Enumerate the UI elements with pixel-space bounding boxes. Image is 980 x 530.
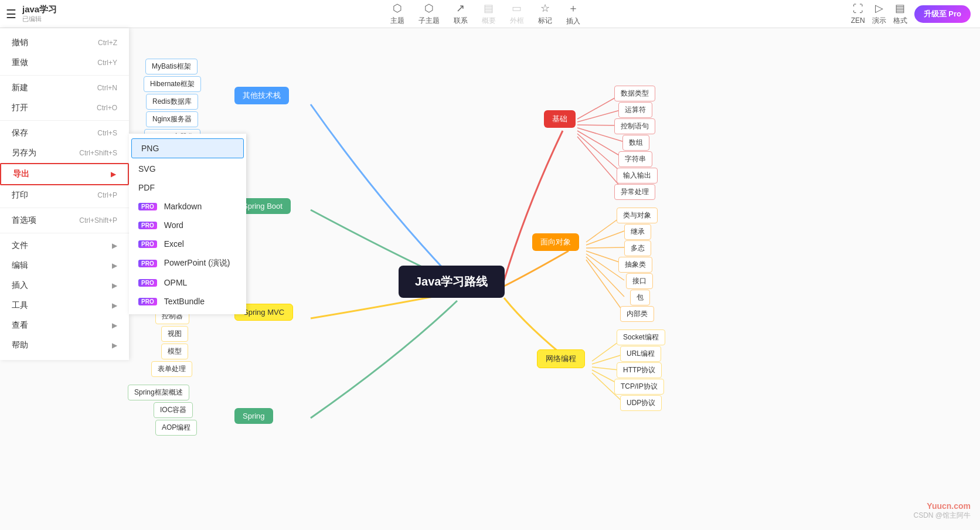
submenu-word[interactable]: PRO Word xyxy=(129,216,246,235)
leaf-exception[interactable]: 异常处理 xyxy=(614,184,655,200)
leaf-form[interactable]: 表单处理 xyxy=(151,361,192,377)
menu-open-shortcut: Ctrl+O xyxy=(97,104,117,112)
leaf-datatype[interactable]: 数据类型 xyxy=(614,86,655,101)
menu-export-label: 导出 xyxy=(13,169,29,179)
leaf-interface[interactable]: 接口 xyxy=(626,273,653,289)
toolbar-insert[interactable]: ＋ 插入 xyxy=(566,1,580,26)
toolbar-theme[interactable]: ⬡ 主题 xyxy=(390,2,404,26)
leaf-model[interactable]: 模型 xyxy=(161,344,188,359)
menu-edit-arrow: ▶ xyxy=(112,261,117,270)
toolbar-theme-label: 主题 xyxy=(390,16,404,26)
leaf-io[interactable]: 输入输出 xyxy=(617,168,658,184)
menu-file-label: 文件 xyxy=(12,240,28,251)
upgrade-button[interactable]: 升级至 Pro xyxy=(914,5,971,23)
menu-save[interactable]: 保存 Ctrl+S xyxy=(0,123,129,143)
leaf-tcpip[interactable]: TCP/IP协议 xyxy=(614,379,664,395)
submenu-pdf[interactable]: PDF xyxy=(129,178,246,197)
menu-divider-2 xyxy=(0,120,129,121)
leaf-mybatis[interactable]: MyBatis框架 xyxy=(145,59,198,74)
menu-insert[interactable]: 插入 ▶ xyxy=(0,276,129,295)
toolbar-present[interactable]: ▷ 演示 xyxy=(872,2,886,26)
textbundle-label: TextBundle xyxy=(164,297,205,306)
mark-icon: ☆ xyxy=(540,2,550,15)
node-center[interactable]: Java学习路线 xyxy=(399,266,505,298)
pdf-label: PDF xyxy=(138,183,155,192)
svg-line-8 xyxy=(586,231,624,245)
menu-tools[interactable]: 工具 ▶ xyxy=(0,295,129,315)
menu-divider-3 xyxy=(0,208,129,208)
leaf-string[interactable]: 字符串 xyxy=(618,151,652,167)
leaf-inherit[interactable]: 继承 xyxy=(624,224,651,240)
menu-redo[interactable]: 重做 Ctrl+Y xyxy=(0,53,129,73)
toolbar-connect[interactable]: ↗ 联系 xyxy=(454,2,468,26)
toolbar-subtheme-label: 子主题 xyxy=(418,16,440,26)
leaf-socket[interactable]: Socket编程 xyxy=(617,329,665,345)
menu-export-arrow: ▶ xyxy=(111,170,116,178)
watermark-site: Yuucn.com xyxy=(913,501,971,511)
toolbar-mark[interactable]: ☆ 标记 xyxy=(538,2,552,26)
menu-prefs[interactable]: 首选项 Ctrl+Shift+P xyxy=(0,210,129,230)
menu-saveas-shortcut: Ctrl+Shift+S xyxy=(79,149,117,157)
leaf-http[interactable]: HTTP协议 xyxy=(617,362,662,378)
pro-badge-opml: PRO xyxy=(138,279,157,287)
leaf-array[interactable]: 数组 xyxy=(622,135,649,151)
leaf-innerclass[interactable]: 内部类 xyxy=(620,306,654,322)
leaf-ioc[interactable]: IOC容器 xyxy=(154,402,193,418)
node-network[interactable]: 网络编程 xyxy=(537,349,585,368)
toolbar-format[interactable]: ▤ 格式 xyxy=(893,2,907,26)
toolbar-connect-label: 联系 xyxy=(454,16,468,26)
menu-edit[interactable]: 编辑 ▶ xyxy=(0,256,129,276)
submenu-textbundle[interactable]: PRO TextBundle xyxy=(129,292,246,311)
menu-file-arrow: ▶ xyxy=(112,242,117,250)
menu-file[interactable]: 文件 ▶ xyxy=(0,236,129,256)
menu-print[interactable]: 打印 Ctrl+P xyxy=(0,185,129,205)
menu-insert-arrow: ▶ xyxy=(112,281,117,290)
node-jichu[interactable]: 基础 xyxy=(544,110,576,128)
menu-view[interactable]: 查看 ▶ xyxy=(0,315,129,335)
node-center-label: Java学习路线 xyxy=(415,274,488,290)
header: ☰ java学习 已编辑 ⬡ 主题 ⬡ 子主题 ↗ 联系 ▤ 概要 ▭ 外框 ☆… xyxy=(0,0,980,28)
leaf-udp[interactable]: UDP协议 xyxy=(620,395,662,411)
present-icon: ▷ xyxy=(875,2,883,15)
leaf-abstract[interactable]: 抽象类 xyxy=(618,257,652,273)
leaf-redis[interactable]: Redis数据库 xyxy=(146,94,198,110)
leaf-aop[interactable]: AOP编程 xyxy=(155,420,197,436)
toolbar-subtheme[interactable]: ⬡ 子主题 xyxy=(418,2,440,26)
leaf-poly[interactable]: 多态 xyxy=(624,240,651,256)
submenu-powerpoint[interactable]: PRO PowerPoint (演说) xyxy=(129,253,246,273)
leaf-nginx[interactable]: Nginx服务器 xyxy=(146,111,198,127)
submenu-markdown[interactable]: PRO Markdown xyxy=(129,197,246,216)
menu-export[interactable]: 导出 ▶ xyxy=(0,163,129,185)
menu-new[interactable]: 新建 Ctrl+N xyxy=(0,78,129,98)
menu-save-shortcut: Ctrl+S xyxy=(97,129,117,137)
leaf-class-obj[interactable]: 类与对象 xyxy=(617,208,658,223)
leaf-spring-overview[interactable]: Spring框架概述 xyxy=(128,385,189,400)
leaf-view[interactable]: 视图 xyxy=(161,326,188,342)
node-springmvc-label: Spring MVC xyxy=(243,308,284,317)
menu-open[interactable]: 打开 Ctrl+O xyxy=(0,98,129,118)
submenu-opml[interactable]: PRO OPML xyxy=(129,273,246,292)
leaf-hibernate[interactable]: Hibernate框架 xyxy=(144,76,201,92)
submenu-svg[interactable]: SVG xyxy=(129,159,246,178)
leaf-control[interactable]: 控制语句 xyxy=(614,118,655,134)
leaf-operator[interactable]: 运算符 xyxy=(618,102,652,118)
submenu-excel[interactable]: PRO Excel xyxy=(129,235,246,253)
submenu-png[interactable]: PNG xyxy=(131,138,244,158)
menu-undo-shortcut: Ctrl+Z xyxy=(98,39,117,47)
toolbar-insert-label: 插入 xyxy=(566,16,580,26)
menu-help[interactable]: 帮助 ▶ xyxy=(0,335,129,355)
node-springboot-label: Spring Boot xyxy=(243,202,283,210)
menu-redo-shortcut: Ctrl+Y xyxy=(97,59,117,67)
node-oop[interactable]: 面向对象 xyxy=(532,233,579,251)
hamburger-icon[interactable]: ☰ xyxy=(6,7,16,21)
menu-undo[interactable]: 撤销 Ctrl+Z xyxy=(0,33,129,53)
leaf-url[interactable]: URL编程 xyxy=(620,346,661,362)
toolbar-zen[interactable]: ⛶ ZEN xyxy=(851,3,865,25)
node-spring[interactable]: Spring xyxy=(234,408,273,424)
node-qita-label: 其他技术栈 xyxy=(243,90,281,101)
toolbar-zen-label: ZEN xyxy=(851,16,865,25)
menu-saveas[interactable]: 另存为 Ctrl+Shift+S xyxy=(0,143,129,163)
leaf-package[interactable]: 包 xyxy=(630,290,650,305)
node-qita[interactable]: 其他技术栈 xyxy=(234,87,289,104)
node-oop-label: 面向对象 xyxy=(540,237,571,247)
